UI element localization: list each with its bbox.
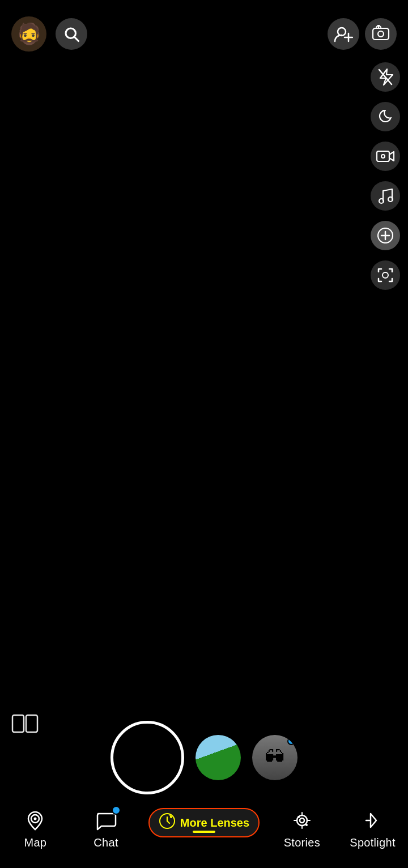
chat-icon [94, 808, 118, 833]
bottom-navigation: Map Chat More Lenses [0, 800, 408, 868]
plus-icon [377, 228, 393, 243]
more-lenses-text: More Lenses [180, 816, 249, 829]
stories-icon [290, 808, 314, 833]
camera-viewfinder [0, 0, 408, 800]
nav-item-map[interactable]: Map [7, 808, 63, 849]
bottom-controls: 🕶 [0, 721, 408, 794]
flash-off-button[interactable] [371, 62, 400, 92]
flip-camera-icon [372, 25, 390, 43]
map-icon-svg [24, 809, 46, 832]
map-icon [23, 808, 48, 833]
svg-point-24 [305, 824, 308, 826]
scan-button[interactable] [371, 260, 400, 290]
add-friend-icon [334, 25, 353, 42]
night-mode-icon [377, 109, 393, 125]
svg-point-22 [300, 818, 304, 823]
svg-line-1 [75, 37, 79, 41]
lens-notification-dot [287, 737, 295, 745]
map-label: Map [24, 836, 46, 849]
svg-point-14 [382, 272, 388, 278]
svg-point-5 [378, 31, 384, 37]
chat-label: Chat [94, 836, 118, 849]
music-button[interactable] [371, 181, 400, 211]
flash-off-icon [377, 68, 393, 86]
search-button[interactable] [56, 18, 87, 50]
dual-camera-icon [376, 149, 395, 164]
stories-label: Stories [284, 836, 320, 849]
more-lenses-pill: More Lenses [148, 808, 260, 837]
lens-thumbnail-1[interactable] [196, 735, 241, 780]
add-button[interactable] [371, 221, 400, 250]
shutter-button[interactable] [110, 721, 184, 794]
top-right-controls [328, 18, 397, 50]
top-bar: 🧔 [0, 0, 408, 57]
avatar[interactable]: 🧔 [11, 16, 46, 52]
nav-item-stories[interactable]: Stories [274, 808, 330, 849]
flip-camera-button[interactable] [365, 18, 397, 50]
svg-point-23 [298, 816, 300, 818]
active-indicator [193, 831, 215, 833]
night-mode-button[interactable] [371, 102, 400, 131]
chat-notification-badge [112, 806, 121, 815]
music-icon [377, 187, 393, 204]
right-sidebar [371, 57, 400, 290]
lens-thumbnail-2[interactable]: 🕶 [252, 735, 298, 780]
scan-icon [376, 266, 394, 284]
nav-item-more-lenses[interactable]: More Lenses [148, 808, 260, 837]
add-friend-button[interactable] [328, 18, 359, 50]
spotlight-label: Spotlight [350, 836, 396, 849]
spotlight-icon [360, 808, 385, 833]
svg-point-8 [381, 155, 385, 158]
more-lenses-icon-svg [159, 813, 176, 829]
svg-marker-29 [371, 814, 376, 827]
svg-rect-7 [377, 151, 389, 161]
spotlight-icon-svg [362, 809, 384, 832]
dual-camera-button[interactable] [371, 142, 400, 171]
stories-icon-svg [291, 809, 313, 832]
top-left-controls: 🧔 [11, 16, 87, 52]
svg-point-20 [170, 816, 172, 818]
more-lenses-icon [159, 813, 176, 833]
svg-point-18 [34, 818, 37, 820]
nav-item-spotlight[interactable]: Spotlight [345, 808, 401, 849]
nav-item-chat[interactable]: Chat [78, 808, 134, 849]
search-icon [63, 25, 80, 42]
